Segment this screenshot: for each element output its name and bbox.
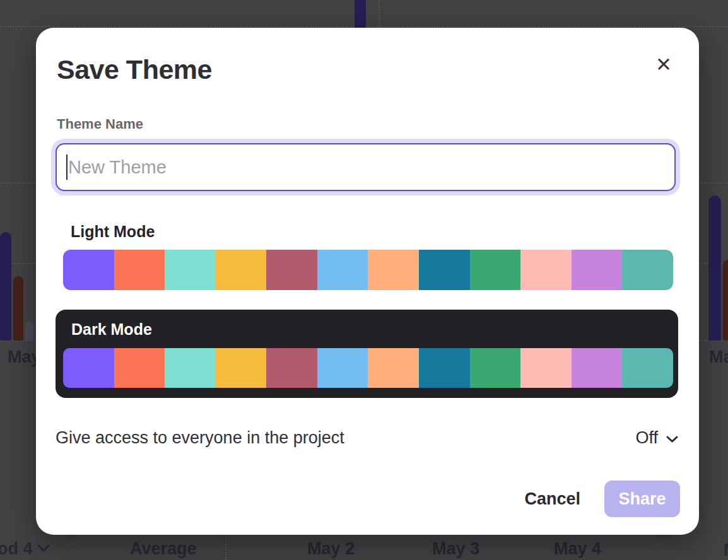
theme-name-label: Theme Name <box>57 116 143 132</box>
palette-swatch <box>165 348 216 388</box>
theme-name-field-wrap <box>56 143 676 191</box>
chart-bar <box>708 195 721 341</box>
chart-bar <box>13 276 23 341</box>
palette-swatch <box>216 250 267 290</box>
chart-bar <box>0 232 11 341</box>
access-label: Give access to everyone in the project <box>56 428 344 448</box>
palette-swatch <box>216 348 267 388</box>
close-icon[interactable]: ✕ <box>650 50 678 78</box>
text-cursor <box>66 155 68 180</box>
chart-bar <box>355 0 366 28</box>
x-axis-label-may4: May 4 <box>554 539 601 559</box>
palette-swatch <box>572 250 623 290</box>
palette-swatch <box>520 348 572 388</box>
x-axis-label-average: Average <box>130 539 197 559</box>
palette-swatch <box>114 348 165 388</box>
palette-swatch <box>368 250 419 290</box>
palette-swatch <box>520 250 572 290</box>
save-theme-dialog: Save Theme ✕ Theme Name Light Mode Dark … <box>36 28 699 535</box>
palette-swatch <box>470 348 521 388</box>
access-value: Off <box>635 428 658 448</box>
palette-swatch <box>266 348 317 388</box>
chart-bar <box>723 260 728 341</box>
palette-swatch <box>470 250 521 290</box>
share-button[interactable]: Share <box>604 481 680 517</box>
palette-swatch <box>572 348 623 388</box>
palette-swatch <box>368 348 419 388</box>
access-row: Give access to everyone in the project O… <box>56 428 679 448</box>
chart-bar <box>25 322 33 341</box>
palette-swatch <box>114 250 165 290</box>
palette-swatch <box>317 348 368 388</box>
palette-swatch <box>622 348 673 388</box>
x-axis-label-period: od 4 <box>0 539 33 559</box>
x-axis-label-may3: May 3 <box>432 539 479 559</box>
x-axis-label-clipped: M <box>724 540 728 560</box>
chevron-down-icon <box>666 435 679 443</box>
dark-mode-palette <box>63 348 673 388</box>
palette-swatch <box>622 250 673 290</box>
palette-swatch <box>63 348 114 388</box>
dark-mode-label: Dark Mode <box>71 320 152 339</box>
axis-label-right: Ma <box>709 347 728 367</box>
theme-name-input[interactable] <box>56 143 676 191</box>
palette-swatch <box>165 250 216 290</box>
palette-swatch <box>317 250 368 290</box>
palette-swatch <box>63 250 114 290</box>
chart-gridline <box>379 0 380 28</box>
chart-gridline <box>225 532 226 560</box>
light-mode-label: Light Mode <box>71 223 155 241</box>
palette-swatch <box>419 348 470 388</box>
x-axis-label-may2: May 2 <box>307 539 355 559</box>
dialog-title: Save Theme <box>57 54 212 85</box>
light-mode-palette <box>63 250 673 290</box>
chevron-down-icon <box>37 544 50 552</box>
dialog-footer: Cancel Share <box>524 481 680 517</box>
cancel-button[interactable]: Cancel <box>524 489 580 509</box>
palette-swatch <box>419 250 470 290</box>
dark-mode-card: Dark Mode <box>56 310 678 398</box>
access-dropdown[interactable]: Off <box>635 428 679 448</box>
palette-swatch <box>266 250 317 290</box>
